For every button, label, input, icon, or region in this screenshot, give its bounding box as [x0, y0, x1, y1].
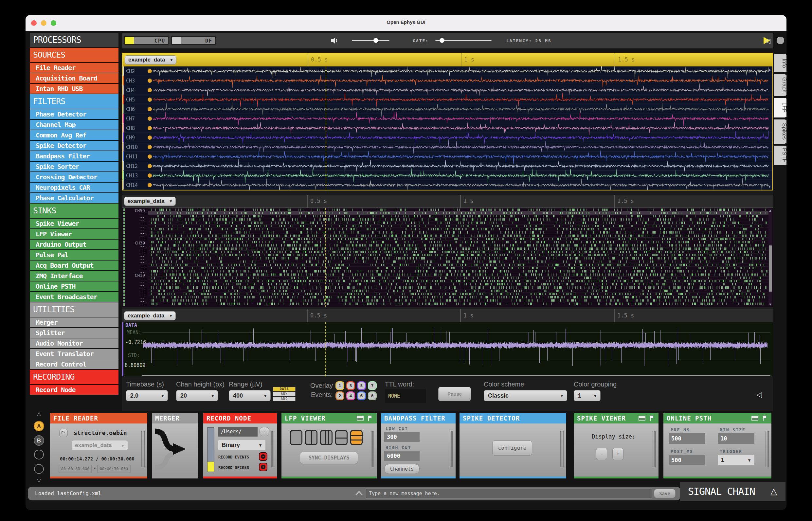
module-bandpass-filter[interactable]: BANDPASS FILTER LOW_CUT 300 HIGH_CUT 600…: [381, 413, 456, 478]
overlay-event-button-3[interactable]: 3: [346, 381, 355, 390]
message-input[interactable]: [366, 489, 652, 498]
processor-item-pulse-pal[interactable]: Pulse Pal: [30, 250, 118, 260]
bin-size-field[interactable]: 10: [718, 433, 754, 444]
processor-item-splitter[interactable]: Splitter: [30, 328, 118, 338]
processor-item-crossing-detector[interactable]: Crossing Detector: [30, 172, 118, 182]
processor-item-event-translator[interactable]: Event Translator: [30, 349, 118, 359]
processor-item-spike-sorter[interactable]: Spike Sorter: [30, 162, 118, 172]
module-spike-detector[interactable]: SPIKE DETECTOR configure: [459, 413, 566, 478]
processor-item-phase-detector[interactable]: Phase Detector: [30, 109, 118, 119]
speaker-icon[interactable]: [330, 36, 339, 45]
scroll-up-icon[interactable]: ▲: [768, 68, 771, 72]
processor-item-lfp-viewer[interactable]: LFP Viewer: [30, 229, 118, 239]
layout-three-col-button[interactable]: [320, 430, 333, 445]
tab-info[interactable]: Info: [774, 54, 787, 72]
chain-tab-a[interactable]: A: [34, 421, 44, 431]
resize-grip[interactable]: [653, 431, 656, 467]
overlay-event-button-6[interactable]: 6: [357, 391, 366, 400]
module-lfp-viewer[interactable]: LFP VIEWER SYNC DISPLAYS: [281, 413, 377, 478]
increase-size-button[interactable]: +: [612, 448, 624, 460]
low-cut-field[interactable]: 300: [384, 432, 420, 442]
overlay-event-button-5[interactable]: 5: [357, 381, 366, 390]
module-online-psth[interactable]: ONLINE PSTH PRE_MS 500 BIN_SIZE 10 POST_…: [663, 413, 771, 478]
record-icon[interactable]: [777, 37, 784, 44]
channels-button[interactable]: Channels: [384, 464, 420, 474]
pin-icon[interactable]: [650, 416, 653, 421]
record-selector[interactable]: example_data ▼: [72, 440, 128, 450]
color-scheme-select[interactable]: Classic ▼: [484, 390, 567, 401]
chain-scroll-up-icon[interactable]: △: [37, 410, 41, 416]
window-icon[interactable]: [751, 416, 758, 421]
processor-item-event-broadcaster[interactable]: Event Broadcaster: [30, 292, 118, 302]
processor-item-common-avg-ref[interactable]: Common Avg Ref: [30, 130, 118, 140]
layout-three-row-button[interactable]: [350, 430, 363, 445]
browse-button[interactable]: ...: [260, 427, 269, 436]
raster-scrollbar-thumb[interactable]: [769, 246, 772, 292]
chain-tab-b[interactable]: B: [34, 435, 44, 446]
signal-chain-triangle-icon[interactable]: △: [770, 486, 777, 496]
collapse-arrow-icon[interactable]: ◁: [765, 37, 770, 45]
chain-tab-empty-2[interactable]: [34, 464, 44, 474]
processor-item-channel-map[interactable]: Channel Map: [30, 120, 118, 130]
record-events-toggle[interactable]: [259, 452, 267, 461]
trigger-select[interactable]: 1 ▼: [718, 455, 754, 466]
signal-type-data[interactable]: DATA: [273, 387, 296, 391]
record-spikes-toggle[interactable]: [259, 463, 267, 471]
volume-slider[interactable]: [352, 40, 389, 41]
range-select[interactable]: 400 ▼: [229, 390, 271, 401]
module-spike-viewer[interactable]: SPIKE VIEWER Display size: - +: [574, 413, 658, 478]
processor-item-bandpass-filter[interactable]: Bandpass Filter: [30, 151, 118, 161]
chevron-up-icon[interactable]: [355, 490, 364, 496]
chan-height-select[interactable]: 20 ▼: [176, 390, 218, 401]
module-merger[interactable]: MERGER: [152, 413, 198, 478]
decrease-size-button[interactable]: -: [596, 448, 607, 460]
collapse-arrow-icon[interactable]: ◁: [757, 390, 762, 399]
window-icon[interactable]: [638, 416, 646, 421]
signal-type-aux[interactable]: AUX: [273, 392, 296, 396]
stream-selector[interactable]: example_data ▼: [124, 197, 176, 206]
stream-selector[interactable]: example_data ▼: [125, 55, 176, 65]
signal-type-adc[interactable]: ADC: [273, 397, 296, 401]
volume-slider-thumb[interactable]: [374, 38, 378, 43]
processor-item-phase-calculator[interactable]: Phase Calculator: [30, 193, 118, 203]
overlay-event-button-7[interactable]: 7: [368, 381, 377, 390]
tab-psth[interactable]: PSTH: [774, 145, 787, 165]
start-time-field[interactable]: 00:00:00.000: [59, 465, 92, 473]
resize-grip[interactable]: [141, 431, 145, 467]
file-select-button[interactable]: F:: [59, 429, 68, 437]
record-path-field[interactable]: /Users/: [218, 427, 257, 436]
chain-scroll-down-icon[interactable]: ▽: [37, 477, 41, 483]
processor-item-audio-monitor[interactable]: Audio Monitor: [30, 338, 118, 348]
resize-grip[interactable]: [271, 431, 274, 467]
scroll-up-icon[interactable]: ▲: [768, 208, 772, 212]
processor-item-acquisition-board[interactable]: Acquisition Board: [30, 73, 118, 83]
processor-item-acq-board-output[interactable]: Acq Board Output: [30, 260, 118, 270]
module-file-reader[interactable]: FILE READER F: structure.oebin example_d…: [50, 413, 147, 478]
processor-item-spike-viewer[interactable]: Spike Viewer: [30, 219, 118, 228]
gate-slider-thumb[interactable]: [439, 38, 445, 43]
processor-item-intan-rhd-usb[interactable]: Intan RHD USB: [30, 84, 118, 94]
timebase-select[interactable]: 2.0 ▼: [126, 390, 168, 401]
scroll-down-icon[interactable]: ▼: [768, 302, 772, 306]
high-cut-field[interactable]: 6000: [384, 451, 420, 461]
processor-item-file-reader[interactable]: File Reader: [30, 63, 118, 73]
overlay-event-button-4[interactable]: 4: [346, 391, 355, 400]
resize-grip[interactable]: [371, 431, 374, 467]
color-grouping-select[interactable]: 1 ▼: [574, 390, 601, 401]
module-record-node[interactable]: RECORD NODE /Users/ ... Binary ▼ RECORD …: [203, 413, 277, 478]
end-time-field[interactable]: 00:00:30.000: [97, 465, 131, 473]
stream-selector[interactable]: example_data ▼: [124, 311, 176, 320]
sync-displays-button[interactable]: SYNC DISPLAYS: [300, 452, 358, 464]
processor-item-online-psth[interactable]: Online PSTH: [30, 281, 118, 291]
window-icon[interactable]: [357, 416, 364, 421]
tab-lfp[interactable]: LFP: [774, 98, 787, 117]
processor-item-zmq-interface[interactable]: ZMQ Interface: [30, 271, 118, 281]
post-ms-field[interactable]: 500: [669, 455, 705, 466]
processor-item-record-node[interactable]: Record Node: [30, 385, 118, 395]
processor-item-spike-detector[interactable]: Spike Detector: [30, 141, 118, 151]
resize-grip[interactable]: [766, 431, 769, 467]
pre-ms-field[interactable]: 500: [669, 433, 705, 444]
save-button[interactable]: Save: [654, 489, 676, 498]
layout-two-row-button[interactable]: [335, 430, 347, 445]
processor-item-arduino-output[interactable]: Arduino Output: [30, 240, 118, 249]
